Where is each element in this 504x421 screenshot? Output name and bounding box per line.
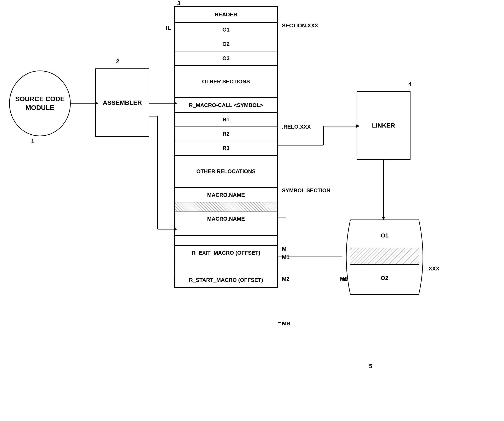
diagram-container: SOURCE CODE MODULE 1 ASSEMBLER 2 3 IL SE… [0,0,504,421]
linker-label: LINKER [372,122,395,129]
output-section-svg: O1 O2 [340,218,429,367]
row-r1: R1 [175,113,277,127]
label-dotxxx: .XXX [427,265,439,272]
label-m1-right: M1 [340,276,348,282]
label-m: M [282,246,287,252]
svg-text:O2: O2 [381,275,388,281]
row-o3: O3 [175,51,277,66]
row-other-relocations: OTHER RELOCATIONS [175,156,277,188]
row-r3: R3 [175,141,277,156]
label-5: 5 [369,363,372,370]
row-r-start-macro: R_START_MACRO (OFFSET) [175,273,277,287]
row-empty-3 [175,260,277,273]
label-symbol-section: SYMBOL SECTION [282,187,330,194]
assembler-label: ASSEMBLER [103,99,142,106]
label-2: 2 [116,58,120,65]
row-r-macro-call: R_MACRO-CALL <SYMBOL> [175,98,277,113]
row-r-exit-macro: R_EXIT_MACRO (OFFSET) [175,246,277,260]
label-section-xxx: SECTION.XXX [282,22,318,29]
row-o1: O1 [175,23,277,37]
row-o2: O2 [175,37,277,51]
source-code-label: SOURCE CODE MODULE [10,95,70,112]
label-m1: M1 [282,254,289,260]
label-1: 1 [31,138,34,144]
svg-rect-30 [350,248,419,265]
label-3: 3 [177,0,180,7]
obj-column: HEADER O1 O2 O3 OTHER SECTIONS R_MACRO-C… [174,6,278,288]
row-macro-name-1: MACRO.NAME [175,188,277,202]
label-4: 4 [408,81,412,88]
svg-text:O1: O1 [381,232,388,239]
label-m2: M2 [282,276,289,282]
label-mr: MR [282,320,290,327]
row-hatched-1 [175,202,277,212]
row-header: HEADER [175,7,277,23]
row-r2: R2 [175,127,277,141]
linker-box: LINKER [357,91,410,160]
row-empty-2 [175,236,277,246]
label-il: IL [166,24,171,31]
row-macro-name-2: MACRO.NAME [175,212,277,226]
row-other-sections: OTHER SECTIONS [175,66,277,98]
source-code-circle: SOURCE CODE MODULE [9,71,71,136]
label-relo-xxx: .RELO.XXX [282,124,311,130]
row-empty-1 [175,226,277,236]
assembler-box: ASSEMBLER [95,68,149,137]
